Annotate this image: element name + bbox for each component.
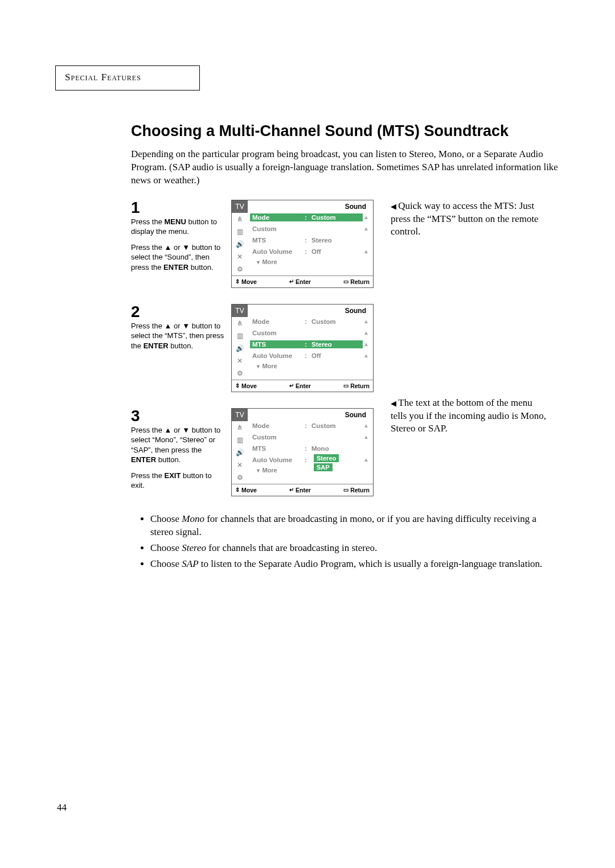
step-text: Press the ▲ or ▼ button to select the “S… bbox=[131, 242, 227, 273]
move-icon: ⇕ bbox=[235, 278, 240, 285]
osd-screenshot-3: TV ⋔ ▥ 🔊 ✕ ⚙ Sound Mode:Custom▲ Custom bbox=[231, 408, 374, 496]
osd-row-mode: Mode:Custom▲ bbox=[250, 212, 370, 223]
step-1: 1 Press the MENU button to display the m… bbox=[131, 200, 569, 288]
step-text: Press the ▲ or ▼ button to select the “M… bbox=[131, 321, 227, 351]
setup-icon: ⚙ bbox=[232, 263, 248, 275]
page-number: 44 bbox=[57, 802, 67, 813]
tv-icon: TV bbox=[232, 200, 248, 213]
input-icon: ⋔ bbox=[232, 421, 248, 434]
osd-row-custom: Custom▲ bbox=[250, 327, 370, 339]
side-note-3: The text at the bottom of the menu tells… bbox=[391, 397, 550, 436]
return-icon: ▭ bbox=[343, 278, 348, 285]
channel-icon: ✕ bbox=[232, 459, 248, 471]
osd-row-autovol: Auto Volume:Off▲ bbox=[250, 350, 370, 361]
input-icon: ⋔ bbox=[232, 213, 248, 225]
setup-icon: ⚙ bbox=[232, 471, 248, 484]
step-text: Press the ▲ or ▼ button to select “Mono”… bbox=[131, 425, 227, 465]
osd-title: Sound bbox=[250, 305, 370, 316]
channel-icon: ✕ bbox=[232, 250, 248, 263]
osd-footer: ⇕Move ↵Enter ▭Return bbox=[232, 275, 373, 287]
page-title: Choosing a Multi-Channel Sound (MTS) Sou… bbox=[131, 122, 569, 141]
section-header: Special Features bbox=[55, 65, 200, 90]
osd-row-mode: Mode:Custom▲ bbox=[250, 420, 370, 431]
osd-footer: ⇕Move ↵Enter ▭Return bbox=[232, 484, 373, 496]
list-item: Choose Stereo for channels that are broa… bbox=[150, 541, 547, 555]
input-icon: ⋔ bbox=[232, 317, 248, 330]
osd-title: Sound bbox=[250, 409, 370, 420]
list-item: Choose Mono for channels that are broadc… bbox=[150, 512, 547, 540]
enter-icon: ↵ bbox=[289, 278, 294, 285]
osd-more: More bbox=[250, 257, 370, 268]
picture-icon: ▥ bbox=[232, 434, 248, 446]
osd-screenshot-1: TV ⋔ ▥ 🔊 ✕ ⚙ Sound Mode:Custom▲ Custom bbox=[231, 200, 374, 288]
step-2: 2 Press the ▲ or ▼ button to select the … bbox=[131, 304, 569, 392]
osd-row-custom: Custom▲ bbox=[250, 431, 370, 443]
step-number: 1 bbox=[131, 200, 227, 216]
step-number: 2 bbox=[131, 304, 227, 320]
osd-row-mts: MTS:Stereo▲ bbox=[250, 339, 370, 350]
tv-icon: TV bbox=[232, 409, 248, 421]
step-number: 3 bbox=[131, 408, 227, 424]
list-item: Choose SAP to listen to the Separate Aud… bbox=[150, 557, 547, 571]
notes-list: Choose Mono for channels that are broadc… bbox=[138, 512, 569, 571]
osd-row-autovol: Auto Volume:▲ bbox=[250, 454, 370, 466]
sound-icon: 🔊 bbox=[232, 342, 248, 355]
step-text: Press the MENU button to display the men… bbox=[131, 217, 227, 237]
osd-row-mts: MTS:Stereo bbox=[250, 235, 370, 246]
intro-paragraph: Depending on the particular program bein… bbox=[131, 148, 569, 187]
setup-icon: ⚙ bbox=[232, 367, 248, 380]
picture-icon: ▥ bbox=[232, 225, 248, 238]
osd-popup-sap: SAP bbox=[314, 463, 333, 471]
tv-icon: TV bbox=[232, 305, 248, 317]
osd-title: Sound bbox=[250, 200, 370, 212]
osd-row-mts: MTS:Mono bbox=[250, 443, 370, 454]
osd-footer: ⇕Move ↵Enter ▭Return bbox=[232, 380, 373, 392]
osd-screenshot-2: TV ⋔ ▥ 🔊 ✕ ⚙ Sound Mode:Custom▲ Custom bbox=[231, 304, 374, 392]
osd-row-mode: Mode:Custom▲ bbox=[250, 316, 370, 327]
picture-icon: ▥ bbox=[232, 330, 248, 342]
osd-popup-stereo: Stereo bbox=[314, 454, 339, 462]
channel-icon: ✕ bbox=[232, 355, 248, 367]
sound-icon: 🔊 bbox=[232, 446, 248, 459]
sound-icon: 🔊 bbox=[232, 238, 248, 250]
step-text: Press the EXIT button to exit. bbox=[131, 471, 227, 491]
osd-row-custom: Custom▲ bbox=[250, 223, 370, 235]
osd-more: More bbox=[250, 361, 370, 372]
osd-row-autovol: Auto Volume:Off▲ bbox=[250, 246, 370, 257]
step-3: 3 Press the ▲ or ▼ button to select “Mon… bbox=[131, 408, 569, 496]
side-note-1: Quick way to access the MTS: Just press … bbox=[391, 200, 550, 239]
osd-more: More bbox=[250, 466, 370, 476]
